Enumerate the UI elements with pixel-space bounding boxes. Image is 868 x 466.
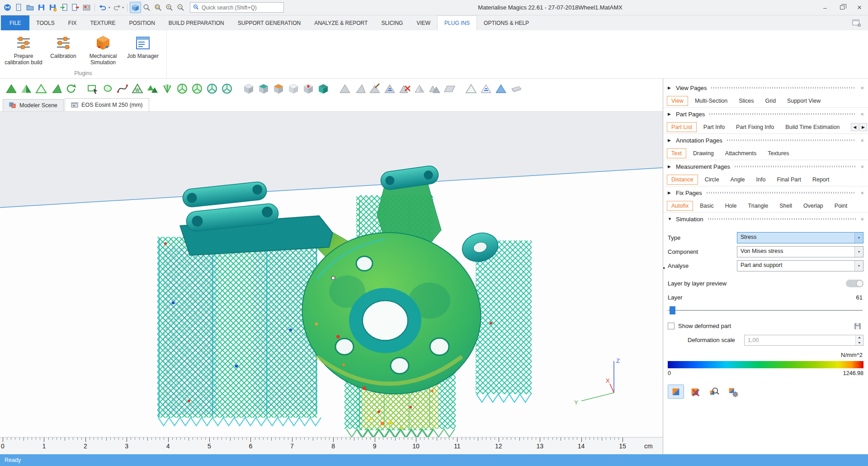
- clear-simulation-button[interactable]: [687, 385, 703, 399]
- front-view-icon[interactable]: [271, 81, 286, 96]
- panel-tab-overlap[interactable]: Overlap: [799, 201, 828, 211]
- machine-properties-icon[interactable]: [81, 2, 92, 13]
- ribbon-tab-analyze-report[interactable]: ANALYZE & REPORT: [307, 15, 374, 30]
- section-close-icon[interactable]: ×: [860, 216, 864, 223]
- ribbon-options-icon[interactable]: [851, 18, 863, 29]
- export-part-icon[interactable]: [70, 2, 81, 13]
- undo-icon-caret[interactable]: ▾: [108, 6, 110, 10]
- panel-tab-hole[interactable]: Hole: [721, 201, 741, 211]
- panel-tab-part-list[interactable]: Part List: [667, 122, 697, 132]
- spin-up-icon[interactable]: [856, 335, 863, 340]
- section-close-icon[interactable]: ×: [860, 85, 864, 91]
- quick-search-box[interactable]: [190, 2, 284, 13]
- fix-wizard-icon[interactable]: [4, 81, 19, 96]
- bottom-view-icon[interactable]: [286, 81, 301, 96]
- section-header-view-pages[interactable]: ▶View Pages×: [663, 81, 868, 94]
- mark-sphere-icon[interactable]: [175, 81, 189, 96]
- simulation-options-button[interactable]: [725, 385, 741, 399]
- panel-tab-shell[interactable]: Shell: [775, 201, 797, 211]
- section-close-icon[interactable]: ×: [860, 111, 864, 118]
- expand-arrow-icon[interactable]: ▶: [668, 112, 673, 116]
- panel-tab-part-fixing-info[interactable]: Part Fixing Info: [731, 122, 778, 132]
- section-header-simulation[interactable]: ▼Simulation×: [663, 213, 868, 225]
- panel-tab-triangle[interactable]: Triangle: [744, 201, 773, 211]
- panel-tab-circle[interactable]: Circle: [700, 175, 724, 185]
- undo-icon[interactable]: [97, 2, 108, 13]
- panel-tab-basic[interactable]: Basic: [695, 201, 718, 211]
- panel-tab-distance[interactable]: Distance: [667, 175, 698, 185]
- platform-view-icon[interactable]: [508, 81, 523, 96]
- mark-cylinder-icon[interactable]: [189, 81, 204, 96]
- zoom-in-icon[interactable]: [164, 2, 175, 13]
- search-input[interactable]: [202, 5, 281, 11]
- ribbon-tab-slicing[interactable]: SLICING: [374, 15, 410, 30]
- ribbon-tab-tools[interactable]: TOOLS: [29, 15, 61, 30]
- show-deformed-checkbox[interactable]: [668, 323, 675, 329]
- spin-view-icon[interactable]: [63, 81, 78, 96]
- layer-slider[interactable]: [668, 305, 863, 315]
- mark-disc-icon[interactable]: [219, 81, 234, 96]
- section-header-annotation-pages[interactable]: ▶Annotation Pages×: [663, 134, 868, 147]
- panel-tab-autofix[interactable]: Autofix: [667, 201, 693, 211]
- mark-freeform-icon[interactable]: [100, 81, 115, 96]
- component-dropdown[interactable]: Von Mises stress ▾: [737, 246, 863, 257]
- mark-curve-icon[interactable]: [115, 81, 130, 96]
- right-view-icon[interactable]: [316, 81, 330, 96]
- save-deformed-icon[interactable]: [852, 321, 863, 332]
- show-simulation-colors-button[interactable]: [668, 385, 684, 399]
- expand-arrow-icon[interactable]: ▶: [668, 164, 673, 169]
- section-close-icon[interactable]: ×: [860, 163, 864, 170]
- ribbon-tab-view[interactable]: VIEW: [410, 15, 437, 30]
- ribbon-button-prepare-calibration-build[interactable]: Prepare calibration build: [4, 32, 43, 69]
- duplicate-part-icon[interactable]: [412, 81, 427, 96]
- section-header-part-pages[interactable]: ▶Part Pages×: [663, 108, 868, 120]
- collapse-arrow-icon[interactable]: ▼: [668, 217, 673, 221]
- ribbon-button-calibration[interactable]: Calibration: [43, 32, 83, 69]
- mirror-part-icon[interactable]: [382, 81, 397, 96]
- new-scene-icon[interactable]: [13, 2, 24, 13]
- shaded-view-icon[interactable]: [19, 81, 33, 96]
- scroll-left-icon[interactable]: ◀: [851, 123, 859, 131]
- ribbon-tab-texture[interactable]: TEXTURE: [83, 15, 122, 30]
- viewport-canvas[interactable]: Z X Y: [0, 112, 663, 437]
- section-close-icon[interactable]: ×: [860, 137, 864, 144]
- ribbon-button-job-manager[interactable]: Job Manager: [123, 32, 163, 69]
- panel-tab-info[interactable]: Info: [752, 175, 770, 185]
- ribbon-tab-fix[interactable]: FIX: [61, 15, 84, 30]
- redo-icon-caret[interactable]: ▾: [123, 6, 124, 10]
- layer-preview-toggle[interactable]: [846, 280, 863, 287]
- deformation-scale-input[interactable]: 1,00: [744, 335, 863, 346]
- redo-icon[interactable]: [111, 2, 123, 13]
- delete-part-icon[interactable]: [397, 81, 412, 96]
- top-view-icon[interactable]: [256, 81, 271, 96]
- panel-tab-drawing[interactable]: Drawing: [689, 148, 718, 158]
- fit-view-icon[interactable]: [130, 2, 141, 13]
- expand-arrow-icon[interactable]: ▶: [668, 86, 673, 90]
- splitter-handle-icon[interactable]: ◂: [663, 265, 665, 270]
- mark-cone-icon[interactable]: [204, 81, 219, 96]
- zoom-out-icon[interactable]: [175, 2, 186, 13]
- panel-tab-support-view[interactable]: Support View: [783, 96, 825, 106]
- panel-tab-text[interactable]: Text: [667, 148, 686, 158]
- ribbon-tab-position[interactable]: POSITION: [123, 15, 162, 30]
- expand-arrow-icon[interactable]: ▶: [668, 190, 673, 195]
- save-as-icon[interactable]: [47, 2, 58, 13]
- scene-tab-eos-eosint-m-250-mm[interactable]: EOS Eosint M 250 (mm): [65, 98, 149, 111]
- panel-tab-final-part[interactable]: Final Part: [772, 175, 806, 185]
- ribbon-button-mechanical-simulation[interactable]: Mechanical Simulation: [83, 32, 123, 69]
- close-button[interactable]: ×: [851, 0, 868, 15]
- panel-tab-report[interactable]: Report: [808, 175, 834, 185]
- minimize-button[interactable]: –: [816, 0, 834, 15]
- mark-plane-icon[interactable]: [160, 81, 175, 96]
- panel-tab-angle[interactable]: Angle: [726, 175, 750, 185]
- restore-button[interactable]: [834, 0, 851, 15]
- triangle-view-icon[interactable]: [48, 81, 63, 96]
- ribbon-tab-file[interactable]: FILE: [1, 15, 29, 30]
- section-header-fix-pages[interactable]: ▶Fix Pages×: [663, 186, 868, 199]
- panel-tab-view[interactable]: View: [667, 96, 688, 106]
- ribbon-tab-plug-ins[interactable]: PLUG INS: [437, 15, 477, 31]
- back-view-icon[interactable]: [301, 81, 316, 96]
- inspect-simulation-button[interactable]: [706, 385, 722, 399]
- panel-tab-grid[interactable]: Grid: [760, 96, 780, 106]
- iso-view-icon[interactable]: [241, 81, 256, 96]
